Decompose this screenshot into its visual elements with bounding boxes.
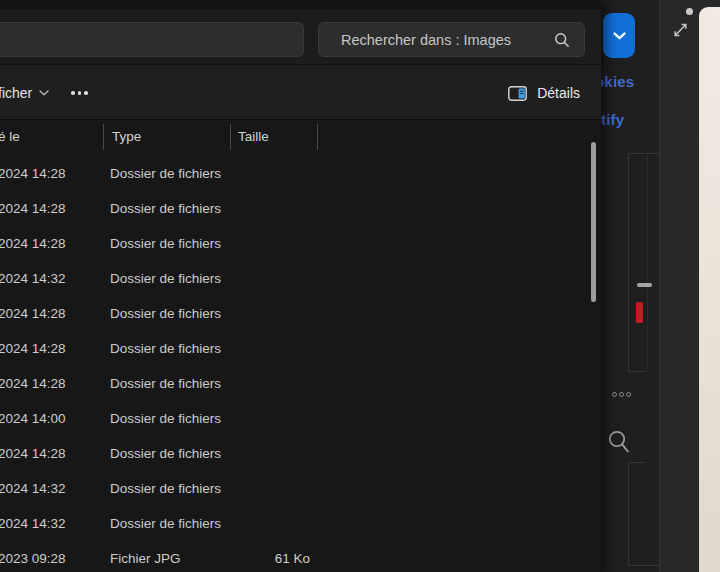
column-header-size[interactable]: Taille	[238, 124, 269, 150]
column-header-modified[interactable]: é le	[0, 124, 20, 150]
cookies-link[interactable]: okies	[601, 73, 634, 90]
search-placeholder: Rechercher dans : Images	[341, 32, 554, 48]
three-rings-icon	[612, 392, 631, 397]
ellipsis-icon	[84, 91, 88, 95]
see-more-button[interactable]	[71, 79, 88, 107]
chevron-down-icon	[39, 90, 49, 96]
row-modified-date: 2024 14:28	[0, 376, 102, 391]
status-dot-icon	[686, 8, 693, 15]
ellipsis-icon	[78, 91, 82, 95]
file-row[interactable]: 2024 14:28 Dossier de fichiers	[0, 191, 601, 226]
file-row[interactable]: 2024 14:28 Dossier de fichiers	[0, 436, 601, 471]
row-file-type: Dossier de fichiers	[110, 306, 228, 321]
file-row[interactable]: 2024 14:32 Dossier de fichiers	[0, 261, 601, 296]
details-pane-icon	[508, 86, 527, 101]
row-modified-date: 2024 14:32	[0, 271, 102, 286]
panel-frame-line	[628, 153, 629, 372]
view-menu-button[interactable]: ficher	[0, 79, 49, 107]
row-file-type: Dossier de fichiers	[110, 271, 228, 286]
row-file-type: Dossier de fichiers	[110, 236, 228, 251]
diagonal-resize-icon[interactable]	[673, 21, 688, 38]
file-row[interactable]: 2024 14:28 Dossier de fichiers	[0, 296, 601, 331]
titlebar-edge	[0, 0, 601, 9]
chevron-down-icon	[612, 31, 627, 41]
row-modified-date: 2024 14:28	[0, 306, 102, 321]
row-modified-date: 2023 09:28	[0, 551, 102, 566]
light-page-edge	[699, 7, 720, 572]
row-file-type: Dossier de fichiers	[110, 201, 228, 216]
file-row[interactable]: 2024 14:32 Dossier de fichiers	[0, 506, 601, 541]
row-modified-date: 2024 14:28	[0, 166, 102, 181]
accent-dropdown-button[interactable]	[603, 13, 635, 58]
file-row[interactable]: 2024 14:28 Dossier de fichiers	[0, 226, 601, 261]
file-row[interactable]: 2023 09:28 Fichier JPG 61 Ko	[0, 541, 601, 572]
row-file-size: 61 Ko	[230, 551, 310, 566]
file-row[interactable]: 2024 14:28 Dossier de fichiers	[0, 156, 601, 191]
row-file-type: Dossier de fichiers	[110, 516, 228, 531]
file-list: 2024 14:28 Dossier de fichiers 2024 14:2…	[0, 156, 601, 572]
vertical-scrollbar-thumb[interactable]	[591, 142, 596, 302]
column-resize-handle[interactable]	[230, 124, 231, 150]
row-file-type: Dossier de fichiers	[110, 166, 228, 181]
row-file-type: Dossier de fichiers	[110, 341, 228, 356]
row-modified-date: 2024 14:28	[0, 201, 102, 216]
panel-frame-line	[628, 371, 646, 372]
file-row[interactable]: 2024 14:00 Dossier de fichiers	[0, 401, 601, 436]
file-list-area: é le Type Taille 2024 14:28 Dossier de f…	[0, 121, 601, 572]
panel-frame-line	[628, 462, 646, 463]
ellipsis-icon	[71, 91, 75, 95]
column-header-type[interactable]: Type	[112, 124, 141, 150]
search-icon[interactable]	[607, 429, 630, 454]
search-input[interactable]: Rechercher dans : Images	[318, 22, 585, 57]
row-file-type: Fichier JPG	[110, 551, 228, 566]
row-modified-date: 2024 14:28	[0, 236, 102, 251]
address-bar[interactable]	[0, 22, 304, 57]
row-modified-date: 2024 14:32	[0, 481, 102, 496]
file-row[interactable]: 2024 14:28 Dossier de fichiers	[0, 331, 601, 366]
row-modified-date: 2024 14:28	[0, 341, 102, 356]
command-bar: ficher	[0, 64, 601, 120]
navigation-chrome: Rechercher dans : Images	[0, 9, 601, 64]
row-file-type: Dossier de fichiers	[110, 411, 228, 426]
row-file-type: Dossier de fichiers	[110, 446, 228, 461]
details-label: Détails	[537, 85, 580, 101]
column-resize-handle[interactable]	[317, 124, 318, 150]
error-marker	[636, 302, 643, 323]
search-icon	[554, 32, 570, 48]
notify-link[interactable]: tify	[601, 111, 624, 128]
row-modified-date: 2024 14:28	[0, 446, 102, 461]
view-menu-label: ficher	[0, 85, 32, 101]
file-row[interactable]: 2024 14:32 Dossier de fichiers	[0, 471, 601, 506]
panel-frame-line	[628, 462, 629, 566]
details-pane-button[interactable]: Détails	[504, 78, 584, 108]
scrollbar-handle-tick[interactable]	[637, 283, 652, 287]
column-resize-handle[interactable]	[103, 124, 104, 150]
row-modified-date: 2024 14:32	[0, 516, 102, 531]
panel-frame-line	[647, 155, 648, 372]
file-row[interactable]: 2024 14:28 Dossier de fichiers	[0, 366, 601, 401]
panel-frame-line	[628, 565, 659, 566]
screen: okies tify Rechercher dans : Images	[0, 0, 720, 572]
file-explorer-window: Rechercher dans : Images ficher	[0, 0, 601, 572]
row-file-type: Dossier de fichiers	[110, 481, 228, 496]
background-window-left: okies tify	[601, 0, 659, 572]
row-file-type: Dossier de fichiers	[110, 376, 228, 391]
panel-frame-line	[628, 153, 659, 154]
row-modified-date: 2024 14:00	[0, 411, 102, 426]
